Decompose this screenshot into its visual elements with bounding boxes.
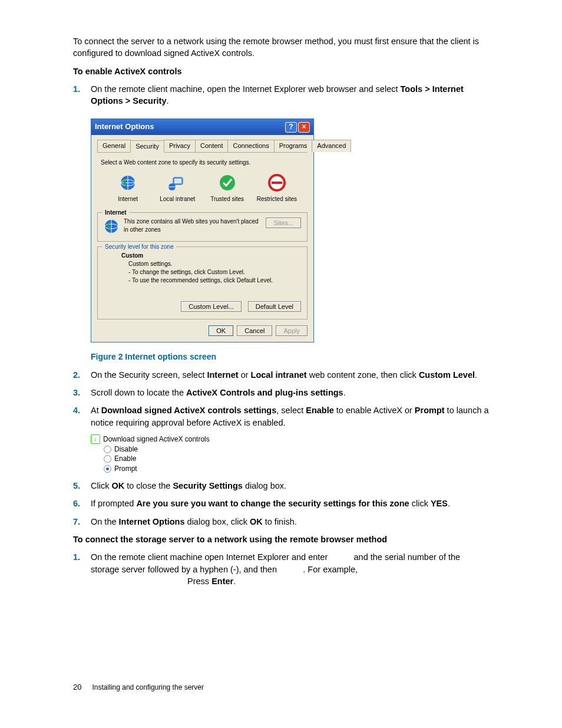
- tab-connections[interactable]: Connections: [227, 140, 274, 152]
- custom-level-button[interactable]: Custom Level...: [181, 301, 241, 312]
- step-number: 7.: [73, 516, 80, 528]
- step-number: 4.: [73, 404, 80, 416]
- step-number: 2.: [73, 369, 80, 381]
- figure-caption: Figure 2 Internet options screen: [91, 351, 489, 363]
- connect-step-1: 1. On the remote client machine open Int…: [73, 551, 489, 587]
- opt-enable[interactable]: Enable: [104, 454, 489, 464]
- page-number: 20: [73, 683, 81, 691]
- help-icon[interactable]: ?: [285, 122, 297, 133]
- custom-title: Custom: [121, 252, 301, 260]
- zone-restricted-sites[interactable]: Restricted sites: [256, 174, 297, 203]
- step-1: 1. On the remote client machine, open th…: [73, 83, 489, 107]
- intro-text: To connect the server to a network using…: [73, 35, 489, 60]
- activex-options: ↓ Download signed ActiveX controls Disab…: [91, 434, 489, 474]
- security-level-legend: Security level for this zone: [103, 243, 176, 251]
- heading-enable-activex: To enable ActiveX controls: [73, 65, 489, 77]
- zone-local-intranet[interactable]: Local intranet: [157, 174, 198, 203]
- radio-icon: [104, 446, 111, 453]
- zone-desc: This zone contains all Web sites you hav…: [124, 218, 261, 234]
- cancel-button[interactable]: Cancel: [237, 325, 272, 336]
- zone-detail-fieldset: Internet This zone contains all Web site…: [97, 212, 308, 242]
- security-level-fieldset: Security level for this zone Custom Cust…: [97, 246, 308, 319]
- activex-heading: Download signed ActiveX controls: [103, 434, 210, 444]
- zone-internet[interactable]: Internet: [107, 174, 148, 203]
- close-icon[interactable]: ×: [298, 122, 310, 133]
- svg-rect-7: [272, 182, 282, 184]
- step-4: 4. At Download signed ActiveX controls s…: [73, 404, 489, 429]
- zone-trusted-sites[interactable]: Trusted sites: [207, 174, 248, 203]
- custom-line2: - To change the settings, click Custom L…: [128, 268, 301, 276]
- step-number: 1.: [73, 551, 80, 563]
- sites-button[interactable]: Sites...: [266, 218, 301, 228]
- intranet-icon: [168, 174, 186, 192]
- apply-button[interactable]: Apply: [276, 325, 308, 336]
- restricted-icon: [268, 174, 286, 192]
- step-number: 1.: [73, 83, 80, 95]
- step-7: 7. On the Internet Options dialog box, c…: [73, 516, 489, 528]
- step-5: 5. Click OK to close the Security Settin…: [73, 480, 489, 492]
- globe-small-icon: [104, 219, 119, 234]
- svg-rect-3: [174, 179, 181, 183]
- footer-section: Installing and configuring the server: [92, 683, 204, 691]
- globe-icon: [119, 174, 137, 192]
- radio-selected-icon: [104, 465, 111, 473]
- select-zone-text: Select a Web content zone to specify its…: [101, 159, 304, 167]
- tab-general[interactable]: General: [97, 140, 131, 152]
- tab-privacy[interactable]: Privacy: [164, 140, 196, 152]
- opt-disable[interactable]: Disable: [104, 444, 489, 454]
- custom-line1: Custom settings.: [128, 260, 301, 268]
- default-level-button[interactable]: Default Level: [248, 301, 301, 312]
- page-footer: 20 Installing and configuring the server: [73, 682, 204, 693]
- step-number: 3.: [73, 387, 80, 398]
- trusted-icon: [219, 174, 236, 192]
- opt-prompt[interactable]: Prompt: [104, 464, 489, 474]
- activex-icon: ↓: [91, 434, 100, 444]
- svg-point-5: [220, 175, 235, 190]
- step-number: 6.: [73, 498, 80, 509]
- dialog-title: Internet Options: [95, 121, 154, 132]
- tab-programs[interactable]: Programs: [274, 140, 313, 152]
- step-3: 3. Scroll down to locate the ActiveX Con…: [73, 387, 489, 398]
- step-2: 2. On the Security screen, select Intern…: [73, 369, 489, 381]
- radio-icon: [104, 455, 111, 463]
- tabs-row: General Security Privacy Content Connect…: [97, 140, 308, 153]
- step-number: 5.: [73, 480, 80, 492]
- zone-detail-legend: Internet: [103, 209, 129, 217]
- tab-security[interactable]: Security: [130, 140, 164, 153]
- step-1-text: On the remote client machine, open the I…: [91, 84, 464, 106]
- titlebar: Internet Options ? ×: [91, 119, 313, 134]
- heading-connect-storage: To connect the storage server to a netwo…: [73, 533, 489, 545]
- zone-row: Internet Local intranet Trusted sites Re…: [97, 170, 308, 207]
- step-6: 6. If prompted Are you sure you want to …: [73, 498, 489, 509]
- custom-line3: - To use the recommended settings, click…: [128, 276, 301, 285]
- ok-button[interactable]: OK: [209, 325, 233, 336]
- tab-advanced[interactable]: Advanced: [312, 140, 351, 152]
- tab-content[interactable]: Content: [195, 140, 229, 152]
- internet-options-dialog: Internet Options ? × General Security Pr…: [91, 118, 314, 342]
